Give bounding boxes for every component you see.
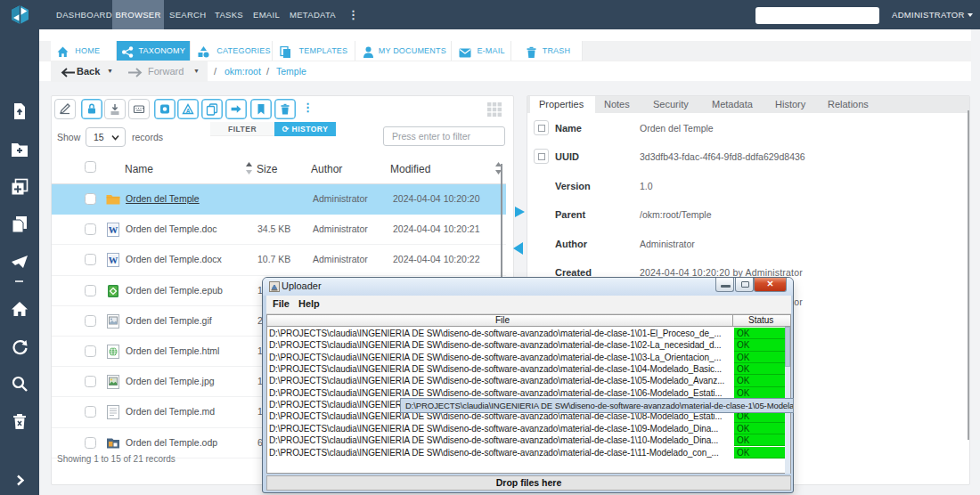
svg-text:W: W (109, 256, 118, 265)
svg-text:A: A (186, 108, 191, 114)
svg-text:W: W (109, 225, 118, 235)
